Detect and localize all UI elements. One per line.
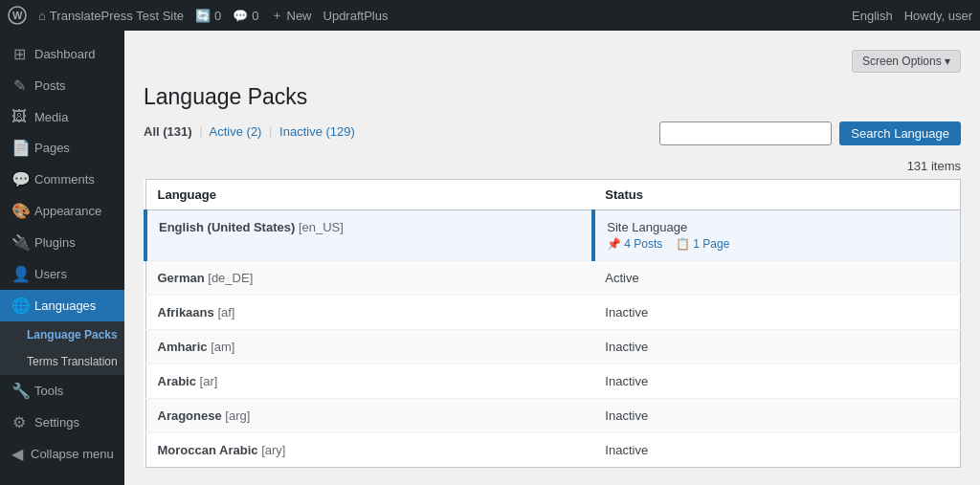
posts-icon: ✎ [11,77,27,95]
svg-text:W: W [12,10,23,21]
sidebar-item-collapse[interactable]: ◀ Collapse menu [0,438,124,470]
search-input[interactable] [659,121,832,145]
language-code: [af] [217,305,234,320]
tools-icon: 🔧 [11,382,27,400]
comments-icon: 💬 [11,170,27,188]
language-name: English (United States) [159,220,295,234]
submenu-language-packs[interactable]: Language Packs [0,321,124,348]
admin-bar: W ⌂ TranslatePress Test Site 🔄 0 💬 0 ＋ N… [0,0,980,31]
settings-icon: ⚙ [11,413,27,431]
pages-icon: 📄 [11,139,27,157]
sidebar-item-plugins[interactable]: 🔌 Plugins [0,227,124,258]
sidebar-item-users[interactable]: 👤 Users [0,258,124,290]
dashboard-icon: ⊞ [11,45,27,63]
plugins-icon: 🔌 [11,233,27,252]
sidebar-item-posts[interactable]: ✎ Posts [0,70,124,101]
users-icon: 👤 [11,265,27,283]
comments-link[interactable]: 💬 0 [233,9,258,23]
language-code: [am] [211,340,234,354]
admin-sidebar: ⊞ Dashboard ✎ Posts 🖼 Media 📄 Pages 💬 Co… [0,31,124,485]
table-row: Arabic [ar]Inactive [145,364,961,399]
language-name: Amharic [158,340,208,354]
language-code: [de_DE] [208,271,253,285]
table-row: German [de_DE]Active [145,261,961,296]
filter-all[interactable]: All (131) [144,124,195,139]
page-title: Language Packs [144,84,961,110]
status-badge: Inactive [605,443,648,457]
updraftplus-link[interactable]: UpdraftPlus [323,9,389,23]
sidebar-item-languages[interactable]: 🌐 Languages [0,290,124,321]
sidebar-item-pages[interactable]: 📄 Pages [0,132,124,164]
posts-link[interactable]: 📌4 Posts [607,237,662,251]
table-row: Moroccan Arabic [ary]Inactive [145,433,961,468]
main-content: Screen Options ▾ Language Packs All (131… [124,31,980,485]
sidebar-item-tools[interactable]: 🔧 Tools [0,375,124,407]
status-badge: Inactive [605,340,648,354]
search-bar: Search Language [659,121,961,145]
language-code: [ary] [261,443,285,457]
status-badge: Site Language [607,220,948,234]
filter-inactive[interactable]: Inactive (129) [279,124,355,139]
sidebar-item-comments[interactable]: 💬 Comments [0,164,124,195]
language-code: [en_US] [299,220,344,234]
howdy-user[interactable]: Howdy, user [904,9,972,23]
language-name: Moroccan Arabic [158,443,258,457]
collapse-icon: ◀ [11,445,23,463]
appearance-icon: 🎨 [11,202,27,220]
language-name: Aragonese [158,408,222,423]
sidebar-item-media[interactable]: 🖼 Media [0,101,124,132]
languages-icon: 🌐 [11,297,27,315]
filter-active[interactable]: Active (2) [210,124,266,139]
status-badge: Inactive [605,408,648,423]
screen-options-bar: Screen Options ▾ [144,50,961,73]
new-link[interactable]: ＋ New [271,7,312,24]
language-code: [ar] [200,374,218,388]
sidebar-item-appearance[interactable]: 🎨 Appearance [0,195,124,227]
search-language-button[interactable]: Search Language [839,121,961,145]
filter-links: All (131) | Active (2) | Inactive (129) [144,124,355,139]
pages-link[interactable]: 📋1 Page [676,237,729,251]
language-switcher[interactable]: English [852,9,893,23]
status-badge: Inactive [605,305,648,320]
wp-logo-icon[interactable]: W [8,6,27,25]
table-row: English (United States) [en_US]Site Lang… [145,210,961,261]
language-name: German [158,271,205,285]
items-count: 131 items [907,159,961,173]
media-icon: 🖼 [11,108,27,125]
table-row: Aragonese [arg]Inactive [145,399,961,433]
language-table: Language Status English (United States) … [144,179,961,468]
status-badge: Active [605,271,638,285]
language-name: Arabic [158,374,196,388]
screen-options-button[interactable]: Screen Options ▾ [852,50,961,73]
sidebar-item-settings[interactable]: ⚙ Settings [0,407,124,438]
col-language: Language [145,180,593,210]
customize-link[interactable]: 🔄 0 [195,9,221,23]
table-row: Afrikaans [af]Inactive [145,296,961,330]
submenu-terms-translation[interactable]: Terms Translation [0,348,124,375]
site-name[interactable]: ⌂ TranslatePress Test Site [38,9,184,23]
sidebar-item-dashboard[interactable]: ⊞ Dashboard [0,38,124,70]
table-row: Amharic [am]Inactive [145,330,961,364]
status-badge: Inactive [605,374,648,388]
language-code: [arg] [225,408,250,423]
language-name: Afrikaans [158,305,214,320]
col-status: Status [593,180,960,210]
